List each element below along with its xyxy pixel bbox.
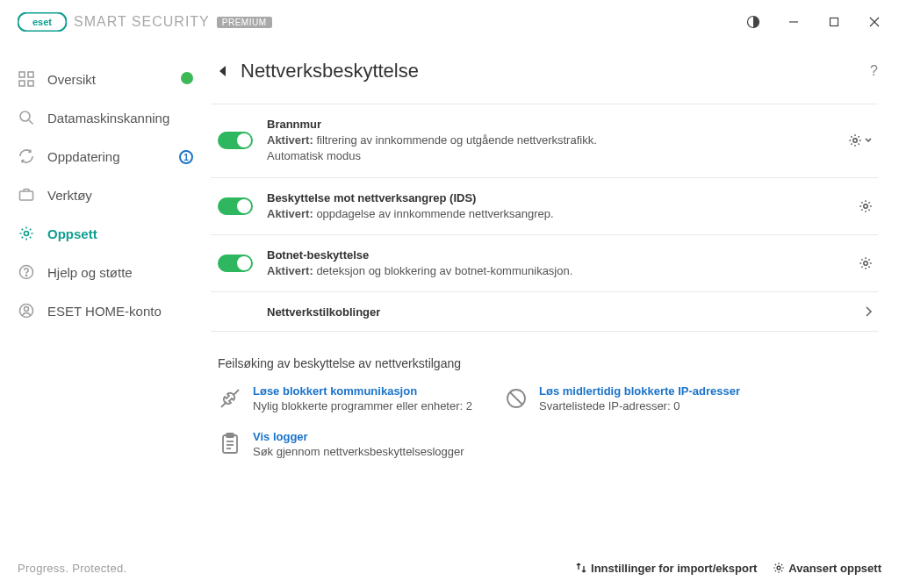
sidebar-item-home-account[interactable]: ESET HOME-konto: [0, 291, 211, 330]
svg-point-20: [853, 139, 857, 142]
tagline: Progress. Protected.: [18, 562, 127, 575]
user-icon: [18, 302, 35, 319]
ts-sub: Svartelistede IP-adresser: 0: [539, 399, 740, 412]
svg-point-14: [25, 232, 29, 236]
sidebar-item-label: ESET HOME-konto: [47, 304, 162, 319]
ts-item-blocked-ip: Løs midlertidig blokkerte IP-adresser Sv…: [504, 384, 740, 412]
status-badge-green: [181, 72, 193, 87]
svg-rect-9: [19, 81, 25, 86]
theme-toggle-icon[interactable]: [736, 4, 771, 39]
svg-text:eset: eset: [32, 17, 52, 27]
svg-rect-8: [28, 72, 33, 77]
botnet-toggle[interactable]: [218, 255, 253, 272]
sidebar-item-setup[interactable]: Oppsett: [0, 214, 211, 253]
chevron-right-icon: [864, 305, 873, 319]
svg-line-29: [510, 392, 522, 405]
svg-rect-7: [19, 72, 25, 77]
firewall-settings-button[interactable]: [848, 133, 873, 147]
module-text: Botnet-beskyttelse Aktivert: deteksjon o…: [267, 247, 845, 279]
sidebar-item-label: Oversikt: [47, 72, 96, 87]
footer: Progress. Protected. Innstillinger for i…: [0, 548, 899, 588]
ts-link[interactable]: Løs midlertidig blokkerte IP-adresser: [539, 384, 740, 398]
sidebar-item-tools[interactable]: Verktøy: [0, 176, 211, 214]
module-title: Beskyttelse mot nettverksangrep (IDS): [267, 190, 845, 206]
module-extra: Automatisk modus: [267, 148, 834, 164]
brand-badge: PREMIUM: [217, 17, 272, 28]
sidebar-item-update[interactable]: Oppdatering 1: [0, 137, 211, 176]
svg-line-12: [29, 120, 33, 125]
content: Nettverksbeskyttelse ? Brannmur Aktivert…: [211, 44, 899, 548]
module-text: Beskyttelse mot nettverksangrep (IDS) Ak…: [267, 190, 845, 222]
wrench-icon: [218, 386, 242, 411]
troubleshoot-grid: Løse blokkert kommunikasjon Nylig blokke…: [211, 384, 878, 458]
module-row-firewall: Brannmur Aktivert: filtrering av innkomm…: [211, 104, 878, 178]
brand: eset SMART SECURITY PREMIUM: [18, 12, 272, 32]
botnet-settings-button[interactable]: [859, 256, 873, 270]
link-label: Nettverkstilkoblinger: [267, 305, 380, 319]
brand-logo: eset: [18, 12, 67, 32]
svg-point-11: [20, 111, 30, 121]
minimize-button[interactable]: [776, 4, 811, 39]
sidebar-item-label: Verktøy: [47, 188, 92, 203]
sidebar-item-label: Oppsett: [47, 226, 97, 241]
window-controls: [736, 4, 892, 39]
module-title: Brannmur: [267, 117, 834, 133]
svg-marker-19: [219, 66, 226, 76]
module-row-botnet: Botnet-beskyttelse Aktivert: deteksjon o…: [211, 235, 878, 292]
ts-sub: Nylig blokkerte programmer eller enheter…: [253, 399, 472, 412]
ts-link[interactable]: Vis logger: [253, 430, 464, 443]
ts-item-logs: Vis logger Søk gjennom nettverksbeskytte…: [218, 430, 472, 458]
sidebar-item-help[interactable]: Hjelp og støtte: [0, 253, 211, 291]
sidebar-item-overview[interactable]: Oversikt: [0, 60, 211, 98]
ids-settings-button[interactable]: [859, 199, 873, 213]
page-title: Nettverksbeskyttelse: [241, 60, 419, 82]
svg-rect-4: [831, 18, 838, 26]
module-desc: Aktivert: oppdagelse av innkommende nett…: [267, 206, 845, 222]
block-icon: [504, 386, 529, 411]
help-button[interactable]: ?: [870, 63, 878, 79]
sidebar-item-label: Datamaskinskanning: [47, 111, 169, 125]
ts-link[interactable]: Løse blokkert kommunikasjon: [253, 384, 472, 398]
ts-sub: Søk gjennom nettverksbeskyttelseslogger: [253, 445, 464, 458]
briefcase-icon: [18, 186, 35, 204]
search-icon: [18, 109, 35, 126]
sidebar-item-scan[interactable]: Datamaskinskanning: [0, 98, 211, 137]
svg-point-22: [864, 262, 867, 265]
footer-actions: Innstillinger for import/eksport Avanser…: [575, 562, 881, 575]
modules-list: Brannmur Aktivert: filtrering av innkomm…: [211, 104, 878, 332]
gear-icon: [18, 225, 35, 242]
content-header: Nettverksbeskyttelse ?: [211, 60, 878, 82]
svg-point-16: [25, 275, 26, 276]
chevron-down-icon: [864, 133, 873, 147]
dashboard-icon: [18, 70, 35, 88]
sidebar: Oversikt Datamaskinskanning Oppdatering …: [0, 44, 211, 548]
brand-name: SMART SECURITY: [74, 14, 210, 30]
module-text: Brannmur Aktivert: filtrering av innkomm…: [267, 117, 834, 165]
import-export-icon: [575, 562, 587, 574]
titlebar: eset SMART SECURITY PREMIUM: [0, 0, 899, 44]
import-export-link[interactable]: Innstillinger for import/eksport: [575, 562, 757, 575]
svg-point-18: [25, 307, 29, 312]
module-desc: Aktivert: filtrering av innkommende og u…: [267, 133, 834, 148]
refresh-icon: [18, 147, 35, 165]
firewall-toggle[interactable]: [218, 132, 253, 149]
svg-rect-23: [223, 435, 237, 453]
module-row-ids: Beskyttelse mot nettverksangrep (IDS) Ak…: [211, 178, 878, 235]
troubleshoot-heading: Feilsøking av beskyttelse av nettverksti…: [218, 356, 878, 370]
network-connections-link[interactable]: Nettverkstilkoblinger: [211, 292, 878, 332]
svg-point-30: [777, 566, 780, 570]
module-desc: Aktivert: deteksjon og blokkering av bot…: [267, 263, 845, 279]
ts-item-blocked-comm: Løse blokkert kommunikasjon Nylig blokke…: [218, 384, 472, 412]
maximize-button[interactable]: [816, 4, 852, 39]
close-button[interactable]: [857, 4, 892, 39]
update-badge: 1: [179, 148, 193, 165]
back-button[interactable]: [218, 65, 228, 77]
svg-point-21: [864, 204, 867, 208]
sidebar-item-label: Oppdatering: [47, 149, 120, 164]
ids-toggle[interactable]: [218, 197, 253, 215]
clipboard-icon: [218, 432, 242, 456]
svg-rect-13: [20, 191, 33, 200]
module-title: Botnet-beskyttelse: [267, 247, 845, 263]
advanced-setup-link[interactable]: Avansert oppsett: [773, 562, 881, 575]
sidebar-item-label: Hjelp og støtte: [47, 265, 133, 280]
